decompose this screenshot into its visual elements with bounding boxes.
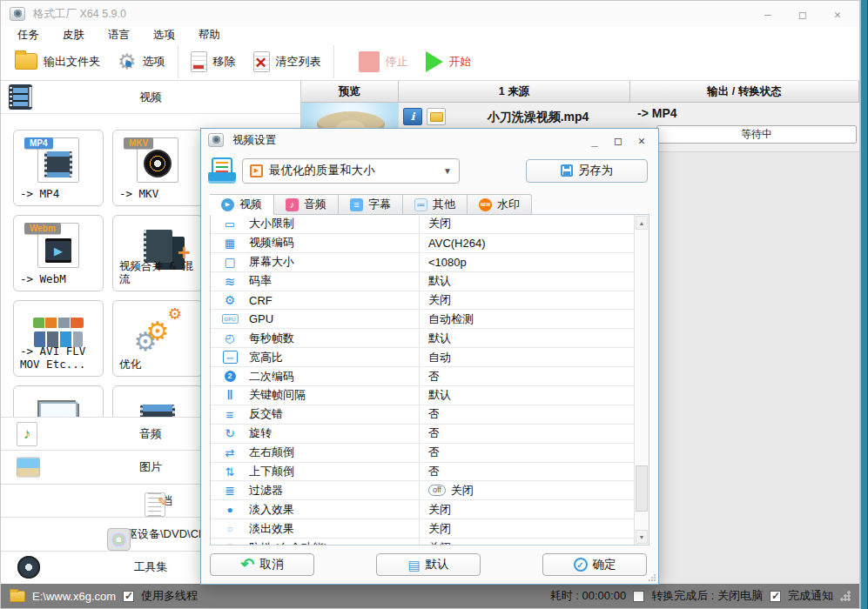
- settings-row[interactable]: 反交错 否: [211, 405, 634, 425]
- preset-select[interactable]: 最优化的质量和大小 ▼: [242, 158, 460, 184]
- setting-value[interactable]: 关闭: [419, 291, 634, 310]
- dialog-close-icon[interactable]: ✕: [636, 134, 648, 147]
- start-button[interactable]: 开始: [417, 45, 481, 78]
- save-as-button[interactable]: 另存为: [526, 159, 648, 183]
- dialog-titlebar: 视频设置 _ □ ✕: [201, 129, 658, 151]
- shutdown-after-checkbox[interactable]: [633, 591, 644, 602]
- info-icon[interactable]: i: [403, 108, 422, 125]
- scrollbar-thumb[interactable]: [636, 465, 648, 512]
- dialog-minimize-icon[interactable]: _: [589, 134, 601, 147]
- category-header-video[interactable]: 视频: [1, 81, 300, 114]
- column-source[interactable]: 1 来源: [399, 81, 630, 103]
- setting-value[interactable]: 否: [419, 444, 634, 462]
- setting-value[interactable]: 否: [419, 463, 634, 481]
- settings-row[interactable]: GPU 自动检测: [211, 310, 634, 329]
- output-path[interactable]: E:\www.x6g.com: [32, 590, 116, 603]
- settings-row[interactable]: 屏幕大小 <1080p: [211, 253, 634, 272]
- settings-row[interactable]: 淡入效果 关闭: [211, 500, 634, 519]
- fade-in-icon: [223, 505, 238, 515]
- setting-value[interactable]: 关闭: [419, 539, 634, 545]
- settings-row[interactable]: 大小限制 关闭: [211, 215, 634, 234]
- gpu-icon: [223, 314, 238, 324]
- close-icon[interactable]: ✕: [831, 8, 844, 21]
- scroll-up-icon[interactable]: ▲: [636, 216, 648, 230]
- settings-row[interactable]: 码率 默认: [211, 272, 634, 291]
- settings-row[interactable]: 视频编码 AVC(H264): [211, 234, 634, 253]
- card-crop-partial[interactable]: [13, 385, 104, 417]
- menu-item[interactable]: 帮助: [198, 28, 220, 43]
- tab-audio[interactable]: 音频: [274, 194, 339, 215]
- setting-value[interactable]: 否: [419, 425, 634, 443]
- settings-row[interactable]: 左右颠倒 否: [211, 444, 634, 463]
- open-folder-icon[interactable]: [427, 108, 446, 125]
- setting-value[interactable]: off 关闭: [419, 481, 634, 499]
- card-clip-partial[interactable]: [112, 385, 203, 417]
- setting-value[interactable]: 关闭: [419, 519, 634, 538]
- settings-row[interactable]: 过滤器 off 关闭: [211, 481, 634, 500]
- setting-value[interactable]: <1080p: [419, 253, 634, 271]
- setting-value[interactable]: 自动检测: [419, 310, 634, 328]
- clear-list-button[interactable]: 清空列表: [245, 45, 330, 78]
- settings-row[interactable]: 关键帧间隔 默认: [211, 386, 634, 405]
- default-button[interactable]: ▤ 默认: [376, 553, 481, 576]
- setting-value[interactable]: 默认: [419, 329, 634, 347]
- ok-label: 确定: [593, 557, 616, 572]
- settings-row[interactable]: 二次编码 否: [211, 367, 634, 386]
- setting-value-text: 否: [428, 464, 440, 479]
- card-video-merge[interactable]: 视频合并 & 混流: [112, 215, 203, 291]
- maximize-icon[interactable]: □: [797, 8, 809, 21]
- setting-value[interactable]: AVC(H264): [419, 234, 634, 252]
- output-path-folder-icon[interactable]: [10, 591, 25, 602]
- remove-button[interactable]: 移除: [182, 45, 245, 78]
- resize-grip[interactable]: [840, 591, 851, 601]
- optimize-icon: [137, 308, 178, 353]
- tab-watermark[interactable]: 水印: [468, 194, 532, 215]
- source-file-name: 小刀洗澡视频.mp4: [446, 108, 630, 125]
- setting-value[interactable]: 关闭: [419, 500, 634, 519]
- card-webm[interactable]: Webm -> WebM: [13, 215, 104, 291]
- card-label: -> MKV: [119, 187, 200, 201]
- play-icon: [426, 51, 443, 72]
- tab-subtitle[interactable]: 字幕: [339, 194, 403, 215]
- options-button[interactable]: ⚙ 选项: [109, 45, 174, 78]
- multithread-checkbox[interactable]: [123, 591, 134, 602]
- floppy-icon: [561, 164, 573, 177]
- tab-video[interactable]: 视频: [210, 194, 274, 215]
- card-optimize[interactable]: 优化: [112, 300, 203, 377]
- column-output-status[interactable]: 输出 / 转换状态: [630, 81, 859, 103]
- flip-h-icon: [223, 447, 238, 458]
- setting-value[interactable]: 否: [419, 367, 634, 385]
- setting-value[interactable]: 自动: [419, 348, 634, 366]
- card-mp4[interactable]: MP4 -> MP4: [13, 130, 104, 206]
- settings-scrollbar[interactable]: ▲ ▼: [634, 215, 649, 545]
- settings-row[interactable]: 上下颠倒 否: [211, 463, 634, 482]
- settings-row[interactable]: 每秒帧数 默认: [211, 329, 634, 348]
- card-avi-flv-mov[interactable]: -> AVI FLV MOV Etc...: [13, 300, 104, 377]
- settings-row[interactable]: 防抖 (白金功能) 关闭: [211, 539, 634, 545]
- settings-row[interactable]: 旋转 否: [211, 425, 634, 444]
- stop-button[interactable]: 停止: [350, 45, 417, 78]
- ok-button[interactable]: ✓ 确定: [542, 553, 647, 576]
- notify-checkbox[interactable]: [770, 591, 781, 602]
- toolbar-separator: [178, 45, 178, 78]
- output-folder-button[interactable]: 输出文件夹: [6, 45, 109, 78]
- setting-label: 过滤器: [249, 483, 419, 499]
- menu-item[interactable]: 任务: [17, 28, 39, 43]
- setting-value[interactable]: 默认: [419, 386, 634, 405]
- menu-item[interactable]: 选项: [153, 28, 175, 43]
- column-preview[interactable]: 预览: [301, 81, 399, 103]
- settings-row[interactable]: 淡出效果 关闭: [211, 519, 634, 539]
- setting-value[interactable]: 关闭: [419, 215, 634, 233]
- setting-value[interactable]: 默认: [419, 272, 634, 291]
- cancel-button[interactable]: ↶ 取消: [210, 553, 314, 576]
- minimize-icon[interactable]: –: [762, 8, 774, 21]
- tab-other[interactable]: 其他: [403, 194, 468, 215]
- dialog-maximize-icon[interactable]: □: [612, 134, 624, 147]
- settings-row[interactable]: CRF 关闭: [211, 291, 634, 311]
- settings-row[interactable]: 宽高比 自动: [211, 348, 634, 367]
- menu-item[interactable]: 皮肤: [63, 28, 84, 43]
- scroll-down-icon[interactable]: ▼: [636, 530, 648, 544]
- card-mkv[interactable]: MKV -> MKV: [112, 130, 203, 206]
- menu-item[interactable]: 语言: [108, 28, 130, 43]
- setting-value[interactable]: 否: [419, 405, 634, 424]
